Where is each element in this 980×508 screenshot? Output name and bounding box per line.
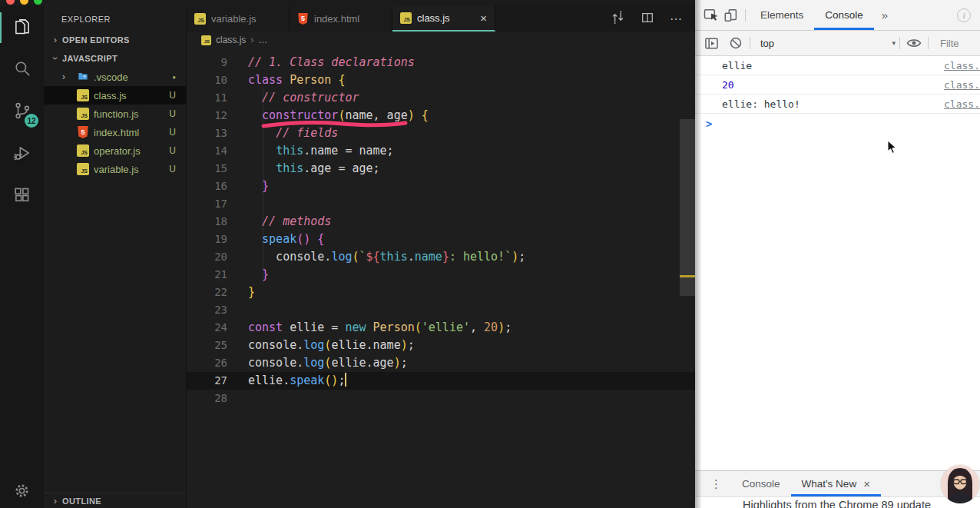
editor-actions: ⋯ [611,6,695,32]
macos-zoom-button[interactable] [34,0,42,5]
device-toolbar-icon[interactable] [721,5,741,25]
sidebar-title: EXPLORER [44,6,186,31]
tab-class-js[interactable]: JS class.js × [392,6,495,32]
tab-console[interactable]: Console [814,0,874,30]
outline-section[interactable]: › OUTLINE [44,493,186,508]
compare-changes-icon[interactable] [611,10,625,28]
activity-item-search[interactable] [0,48,44,91]
file-name: .vscode [94,71,128,83]
tab-label: What's New [802,478,857,490]
line-number: 13 [187,125,227,142]
active-item-indicator [0,12,2,43]
indent-guide [263,89,263,284]
more-tabs-icon[interactable]: » [874,8,896,22]
console-toolbar: top ▾ Filte [695,31,980,56]
code-text: console.log(`${this.name}: hello!`); [248,248,525,266]
line-number: 17 [187,195,227,213]
drawer-tab-console[interactable]: Console [731,471,791,496]
divider [745,9,746,22]
activity-item-settings[interactable] [0,474,44,508]
context-selector[interactable]: top ▾ [760,38,896,49]
tab-elements[interactable]: Elements [750,0,814,30]
more-actions-icon[interactable]: ⋯ [670,12,683,26]
chevron-right-icon: › [50,35,61,45]
kebab-menu-icon[interactable]: ⋮ [710,478,722,490]
code-text: // fields [248,125,338,142]
git-status-badge: U [169,164,176,174]
line-number: 26 [187,354,227,372]
console-prompt[interactable]: > [695,114,980,134]
tab-variable-js[interactable]: JS variable.js [187,6,290,32]
chevron-down-icon: ▾ [892,39,896,47]
chevron-right-icon: › [58,71,69,82]
line-number: 16 [187,178,227,195]
tab-index-html[interactable]: 5 index.html [290,6,392,32]
outline-label: OUTLINE [62,496,101,506]
activity-item-extensions[interactable] [0,175,44,217]
mouse-cursor [887,140,898,154]
console-source-link[interactable]: class. [944,79,980,91]
tab-label: Elements [760,9,803,21]
filter-input[interactable]: Filte [940,38,959,49]
code-text: class Person { [248,71,345,89]
file-item-index.html[interactable]: 5index.htmlU [44,123,186,141]
console-log-row: ellieclass. [695,56,980,75]
split-editor-icon[interactable] [641,11,654,28]
divider [750,37,750,49]
titlebar [0,0,695,6]
line-number: 22 [187,284,227,301]
tab-label: class.js [417,12,450,24]
activity-item-explorer[interactable] [0,6,44,48]
editor-scrollbar[interactable] [680,119,695,296]
file-item-function.js[interactable]: JSfunction.jsU [44,105,186,123]
activity-item-run-debug[interactable] [0,133,44,175]
javascript-section-label: JAVASCRIPT [62,54,118,63]
macos-minimize-button[interactable] [20,0,28,5]
console-output: ellieclass.20class.ellie: hello!class. [695,56,980,114]
clear-console-icon[interactable] [726,33,746,53]
drawer-tab-whats-new[interactable]: What's New × [791,471,881,496]
line-number: 18 [187,213,227,231]
close-icon[interactable]: × [480,12,487,24]
code-text: console.log(ellie.age); [248,354,408,372]
inspect-element-icon[interactable] [701,5,721,25]
code-text: // 1. Class declarations [248,54,415,71]
file-item-.vscode[interactable]: ›.vscode● [44,68,186,86]
javascript-section[interactable]: › JAVASCRIPT [44,49,186,68]
breadcrumb-file[interactable]: class.js [216,35,246,45]
open-editors-label: OPEN EDITORS [62,35,130,45]
close-icon[interactable]: × [863,478,870,490]
source-control-badge: 12 [25,114,38,128]
file-item-variable.js[interactable]: JSvariable.jsU [44,160,186,178]
activity-item-source-control[interactable]: 12 [0,91,44,133]
text-cursor [345,373,346,387]
eye-icon[interactable] [904,33,924,53]
line-number: 9 [187,54,227,71]
console-log-row: ellie: hello!class. [695,95,980,114]
code-editor[interactable]: 9// 1. Class declarations10class Person … [187,48,695,508]
info-icon[interactable]: i [957,8,971,22]
code-text: // constructor [248,89,359,107]
console-source-link[interactable]: class. [944,98,980,110]
js-file-icon: JS [77,108,89,120]
breadcrumb[interactable]: JS class.js › … [187,32,695,48]
line-number: 15 [187,160,227,178]
file-name: operator.js [94,145,141,157]
js-file-icon: JS [77,89,89,101]
js-file-icon: JS [400,12,412,24]
breadcrumb-symbol[interactable]: … [258,35,267,45]
code-text: speak() { [248,231,324,248]
line-number: 11 [187,89,227,107]
file-item-class.js[interactable]: JSclass.jsU [44,86,186,105]
line-number: 25 [187,337,227,354]
open-editors-section[interactable]: › OPEN EDITORS [44,31,186,49]
macos-close-button[interactable] [6,0,15,5]
console-log-row: 20class. [695,75,980,95]
git-status-badge: U [169,108,176,119]
console-sidebar-icon[interactable] [701,33,721,53]
webcam-overlay [941,465,979,503]
context-value: top [760,38,774,49]
console-source-link[interactable]: class. [944,60,980,71]
file-item-operator.js[interactable]: JSoperator.jsU [44,141,186,160]
html-file-icon: 5 [297,13,309,25]
